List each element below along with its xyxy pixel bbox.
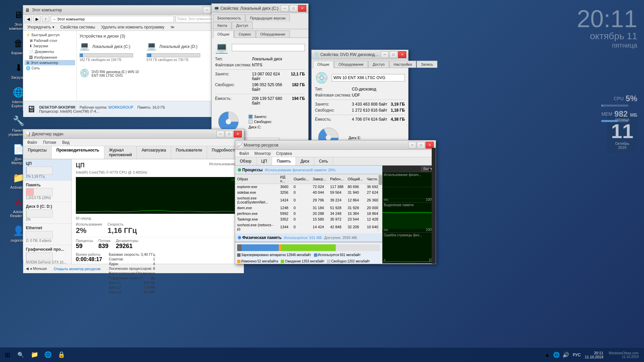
menu-organize[interactable]: Упорядочить ▾ (24, 24, 57, 30)
tab-users[interactable]: Пользователи (171, 146, 207, 159)
table-row[interactable]: Taskmgr.exe3352015 58035 97223 54412 428 (235, 217, 382, 222)
sidebar-images[interactable]: 🖼 Изображения (24, 55, 75, 60)
menu-view[interactable]: Вид (60, 139, 72, 145)
l1-val: 256 КБ (143, 281, 155, 285)
col-pid[interactable]: ИД п... (278, 174, 291, 184)
table-row[interactable]: dwm.exe1248031 18451 92831 92820 000 (235, 205, 382, 211)
table-row[interactable]: svchost.exe (LocalSystemNet...1424029 79… (235, 195, 382, 205)
start-button[interactable]: ⊞ (0, 348, 15, 362)
list-item-ethernet[interactable]: Ethernet О: 0 Пб: 0 кбит/c (23, 224, 71, 245)
disk-name-input[interactable] (232, 44, 305, 51)
dvd-tab-general[interactable]: Общие (313, 61, 334, 68)
dvd-tab-access[interactable]: Доступ (368, 61, 389, 68)
table-row[interactable]: svchost.exe (netsvcs -p)1344014 42442 84… (235, 222, 382, 232)
disk-props-maximize[interactable]: □ (289, 5, 298, 12)
l2-label: Кэш L2: (109, 285, 122, 289)
resmon-close[interactable]: ✕ (426, 142, 434, 148)
menu-file[interactable]: Файл (24, 139, 40, 145)
taskman-close[interactable]: ✕ (234, 131, 242, 137)
menu-sys-props[interactable]: Свойства системы (58, 24, 98, 30)
disk-props-minimize[interactable]: ─ (281, 5, 289, 12)
col-working[interactable]: Рабоч... (328, 174, 345, 184)
drive-d-info: 674 ГБ свободно из 736 ГБ (147, 58, 189, 62)
resmon-scrollbar[interactable] (432, 166, 436, 263)
rm-menu-monitor[interactable]: Монитор (252, 150, 274, 157)
up-button[interactable]: ↑ (42, 16, 49, 22)
rm-tab-disk[interactable]: Диск (296, 157, 314, 165)
rm-tab-network[interactable]: Сеть (314, 157, 333, 165)
disk-props-icon: 💻 (214, 6, 219, 11)
tab-quota[interactable]: Квота (213, 22, 231, 29)
forward-button[interactable]: ▶ (33, 16, 41, 22)
resmon-minimize[interactable]: ─ (408, 142, 416, 148)
menu-threads[interactable]: Потоки (41, 139, 59, 145)
col-faults[interactable]: Ошибо... (291, 174, 311, 184)
sockets-val: 1 (153, 257, 155, 261)
tab-hardware[interactable]: Оборудование (256, 31, 290, 38)
taskbar-file-explorer[interactable]: 📁 (28, 349, 41, 361)
search-button[interactable]: 🔍 (15, 349, 27, 361)
dvd-tab-hardware[interactable]: Оборудование (334, 61, 368, 68)
table-row[interactable]: explorer.exe3660072 024117 38880 69636 6… (235, 184, 382, 190)
dvd-close[interactable]: ✕ (398, 51, 406, 58)
sidebar-computer[interactable]: 🖥 Этот компьютер (24, 60, 75, 65)
col-commits[interactable]: Завер... (311, 174, 328, 184)
virt-val: Отключено (136, 271, 155, 275)
monitor-link[interactable]: Открыть монитор ресурсов (54, 267, 100, 271)
tray-language[interactable]: РУС (571, 353, 582, 357)
taskbar-browser[interactable]: 🌐 (42, 349, 54, 361)
tray-network[interactable]: 🌐 (552, 351, 560, 359)
menu-uninstall[interactable]: Удалить или изменить программу (98, 24, 167, 30)
rm-tab-cpu[interactable]: ЦП (257, 157, 272, 165)
rm-tab-overview[interactable]: Обзор (235, 157, 257, 165)
list-item-cpu[interactable]: ЦП 2% 1,16 ГГц (23, 159, 71, 181)
rm-menu-help[interactable]: Справка (273, 150, 294, 157)
less-button[interactable]: ◀ ◂ Меньше (26, 266, 47, 271)
tab-access[interactable]: Доступ (232, 22, 253, 29)
sidebar-docs[interactable]: 📄 Документы (24, 49, 75, 55)
tray-clock[interactable]: 20:11 11.10.2019 (583, 351, 604, 359)
processes-scrollbar[interactable] (378, 174, 382, 232)
mem-section: Зарезервировано аппаратно 12846 мегабайт… (235, 242, 382, 263)
dvd-tab-settings[interactable]: Настройка (389, 61, 416, 68)
dvd-minimize[interactable]: ─ (381, 51, 389, 58)
address-bar[interactable]: → Этот компьютер (51, 16, 174, 22)
taskbar-security[interactable]: 🔒 (55, 349, 68, 361)
tray-volume[interactable]: 🔊 (562, 351, 570, 359)
resmon-maximize[interactable]: □ (417, 142, 425, 148)
list-item-memory[interactable]: Память 1,0/3,5 ГБ (29%) (23, 181, 71, 202)
taskman-minimize[interactable]: ─ (216, 131, 224, 137)
col-shared[interactable]: Общий... (345, 174, 365, 184)
tab-processes[interactable]: Процессы (23, 146, 52, 159)
tab-general[interactable]: Общие (213, 31, 234, 38)
dvd-tab-record[interactable]: Запись (417, 61, 437, 68)
menu-more[interactable]: ≫ (168, 24, 177, 30)
rm-menu-file[interactable]: Файл (236, 150, 252, 157)
list-item-gpu[interactable]: Графический про... NVIDIA GeForce GTX 10… (23, 245, 71, 264)
table-row[interactable]: perfmon.exe5992020 28834 24815 38418 864 (235, 211, 382, 217)
sidebar-downloads[interactable]: ⬇ Загрузки (24, 43, 75, 49)
sidebar-desktop[interactable]: 🖥 Рабочий стол (24, 38, 75, 43)
taskman-maximize[interactable]: □ (225, 131, 233, 137)
tab-prev-versions[interactable]: Предыдущие версии (246, 14, 290, 21)
col-image[interactable]: Образ (235, 174, 278, 184)
dvd-maximize[interactable]: □ (389, 51, 397, 58)
ethernet-item-sub: О: 0 Пб: 0 кбит/c (26, 239, 69, 243)
table-row[interactable]: sidebar.exe3256040 04459 56431 94027 624 (235, 190, 382, 195)
disk-props-close[interactable]: ✕ (298, 5, 306, 12)
tab-app-history[interactable]: Журнал приложений (104, 146, 137, 159)
explorer-minimize[interactable]: ─ (203, 7, 211, 13)
tab-performance[interactable]: Производительность (52, 146, 104, 159)
sidebar-quick-access[interactable]: ⚡ Быстрый доступ (24, 32, 75, 38)
rm-tab-memory[interactable]: Память (272, 157, 296, 165)
back-button[interactable]: ◀ (24, 16, 32, 22)
tab-security[interactable]: Безопасность (213, 14, 245, 21)
resmon-body: Процессы Использование физической памяти… (235, 166, 436, 263)
tab-service[interactable]: Сервис (234, 31, 256, 38)
tray-chevron[interactable]: ▲ (543, 351, 551, 359)
process-faults: 0 (291, 211, 311, 217)
list-item-disk[interactable]: Диск 0 (C: D:) 2% (23, 202, 71, 224)
tab-autostart[interactable]: Автозагрузка (137, 146, 171, 159)
sidebar-network[interactable]: 🌐 Сеть (24, 65, 75, 71)
dvd-name-input[interactable] (332, 74, 405, 81)
